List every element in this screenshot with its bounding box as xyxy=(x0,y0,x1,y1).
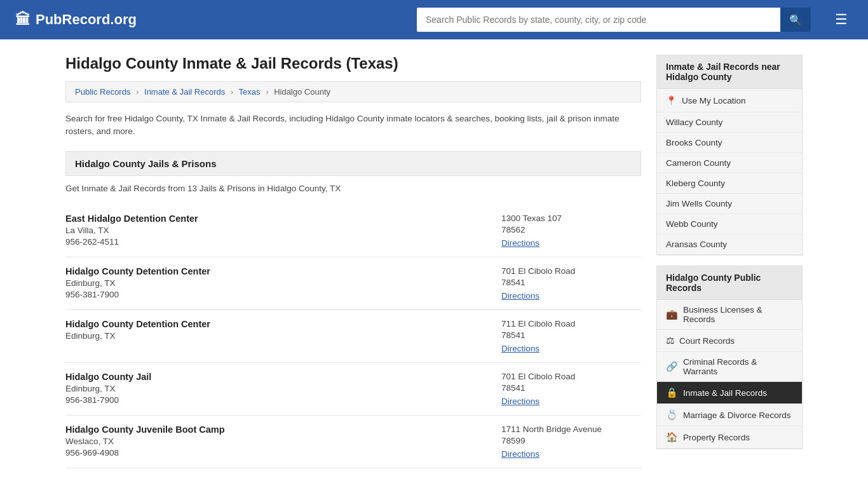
jail-zip: 78541 xyxy=(501,330,641,340)
nearby-county-link: Cameron County xyxy=(666,158,731,168)
public-record-item[interactable]: 🏠 Property Records xyxy=(657,426,802,449)
nearby-county-item[interactable]: Jim Wells County xyxy=(657,194,802,214)
jail-zip: 78562 xyxy=(501,225,641,234)
jail-info: Hidalgo County Detention Center Edinburg… xyxy=(65,319,489,353)
record-icon: 💼 xyxy=(666,309,678,320)
breadcrumb: Public Records › Inmate & Jail Records ›… xyxy=(65,81,641,102)
jail-street: 1300 Texas 107 xyxy=(501,214,641,223)
nearby-county-link: Kleberg County xyxy=(666,179,725,188)
public-records-list: 💼 Business Licenses & Records ⚖ Court Re… xyxy=(657,300,802,449)
public-record-item[interactable]: 💼 Business Licenses & Records xyxy=(657,300,802,330)
record-icon: 💍 xyxy=(666,409,678,421)
jail-address: 1711 North Bridge Avenue 78599 Direction… xyxy=(501,424,641,459)
nearby-county-link: Webb County xyxy=(666,219,718,229)
jail-city: Edinburg, TX xyxy=(65,278,489,288)
jail-phone: 956-381-7900 xyxy=(65,290,489,299)
jail-card: Hidalgo County Juvenile Boot Camp Weslac… xyxy=(65,416,641,468)
jail-info: Hidalgo County Detention Center Edinburg… xyxy=(65,266,489,301)
breadcrumb-inmate-records[interactable]: Inmate & Jail Records xyxy=(144,87,225,97)
record-label: Court Records xyxy=(679,336,735,346)
jail-phone: 956-381-7900 xyxy=(65,395,489,405)
section-description: Get Inmate & Jail Records from 13 Jails … xyxy=(65,184,641,193)
logo-text: PubRecord.org xyxy=(36,11,137,28)
jail-street: 701 El Cibolo Road xyxy=(501,372,641,381)
main-container: Hidalgo County Inmate & Jail Records (Te… xyxy=(53,39,815,484)
jail-city: La Villa, TX xyxy=(65,226,489,235)
jail-zip: 78541 xyxy=(501,383,641,393)
jail-street: 711 El Cibolo Road xyxy=(501,319,641,329)
public-records-box: Hidalgo County Public Records 💼 Business… xyxy=(656,266,803,449)
jail-zip: 78599 xyxy=(501,436,641,445)
jail-address: 701 El Cibolo Road 78541 Directions xyxy=(501,372,641,406)
jail-address: 711 El Cibolo Road 78541 Directions xyxy=(501,319,641,353)
record-label: Property Records xyxy=(683,433,750,442)
nearby-county-item[interactable]: Cameron County xyxy=(657,153,802,173)
jail-card: East Hidalgo Detention Center La Villa, … xyxy=(65,205,641,257)
jail-name: East Hidalgo Detention Center xyxy=(65,214,489,224)
site-logo[interactable]: 🏛 PubRecord.org xyxy=(15,11,137,29)
site-header: 🏛 PubRecord.org 🔍 ☰ xyxy=(0,0,868,39)
page-title: Hidalgo County Inmate & Jail Records (Te… xyxy=(65,55,641,72)
use-location[interactable]: 📍 Use My Location xyxy=(657,89,802,112)
nearby-county-item[interactable]: Aransas County xyxy=(657,234,802,255)
record-icon: ⚖ xyxy=(666,335,674,346)
jail-info: East Hidalgo Detention Center La Villa, … xyxy=(65,214,489,248)
logo-icon: 🏛 xyxy=(15,11,31,29)
public-records-header: Hidalgo County Public Records xyxy=(657,266,802,300)
nearby-county-link: Aransas County xyxy=(666,240,727,249)
sidebar: Inmate & Jail Records near Hidalgo Count… xyxy=(656,55,803,468)
section-header: Hidalgo County Jails & Prisons xyxy=(65,151,641,176)
public-record-item[interactable]: 🔒 Inmate & Jail Records xyxy=(657,382,802,404)
jail-name: Hidalgo County Jail xyxy=(65,372,489,382)
directions-link[interactable]: Directions xyxy=(501,344,539,353)
content-area: Hidalgo County Inmate & Jail Records (Te… xyxy=(65,55,641,468)
nearby-county-item[interactable]: Brooks County xyxy=(657,133,802,153)
nearby-county-link: Jim Wells County xyxy=(666,199,732,208)
breadcrumb-public-records[interactable]: Public Records xyxy=(75,87,130,97)
nearby-county-item[interactable]: Kleberg County xyxy=(657,173,802,194)
nearby-counties-list: Willacy CountyBrooks CountyCameron Count… xyxy=(657,112,802,255)
page-description: Search for free Hidalgo County, TX Inmat… xyxy=(65,112,641,139)
nearby-header: Inmate & Jail Records near Hidalgo Count… xyxy=(657,55,802,89)
record-label: Inmate & Jail Records xyxy=(683,388,767,398)
jail-street: 1711 North Bridge Avenue xyxy=(501,424,641,434)
jail-card: Hidalgo County Jail Edinburg, TX 956-381… xyxy=(65,363,641,416)
jail-name: Hidalgo County Juvenile Boot Camp xyxy=(65,424,489,435)
directions-link[interactable]: Directions xyxy=(501,291,539,301)
jail-name: Hidalgo County Detention Center xyxy=(65,319,489,329)
search-input[interactable] xyxy=(417,8,780,32)
jail-info: Hidalgo County Juvenile Boot Camp Weslac… xyxy=(65,424,489,459)
jail-card: Hidalgo County Detention Center Edinburg… xyxy=(65,310,641,363)
public-record-item[interactable]: ⚖ Court Records xyxy=(657,330,802,352)
jail-card: Hidalgo County Detention Center Edinburg… xyxy=(65,257,641,310)
search-bar: 🔍 xyxy=(417,8,811,32)
jail-address: 1300 Texas 107 78562 Directions xyxy=(501,214,641,248)
directions-link[interactable]: Directions xyxy=(501,396,539,406)
menu-button[interactable]: ☰ xyxy=(830,9,853,30)
record-icon: 🏠 xyxy=(666,431,678,443)
breadcrumb-current: Hidalgo County xyxy=(274,87,330,97)
use-location-label: Use My Location xyxy=(682,96,746,105)
nearby-county-link: Willacy County xyxy=(666,118,722,127)
jail-city: Edinburg, TX xyxy=(65,384,489,393)
jail-street: 701 El Cibolo Road xyxy=(501,266,641,276)
search-button[interactable]: 🔍 xyxy=(780,8,811,32)
directions-link[interactable]: Directions xyxy=(501,449,539,459)
nearby-box: Inmate & Jail Records near Hidalgo Count… xyxy=(656,55,803,255)
public-record-item[interactable]: 💍 Marriage & Divorce Records xyxy=(657,404,802,426)
nearby-county-item[interactable]: Webb County xyxy=(657,214,802,234)
jail-phone: 956-262-4511 xyxy=(65,237,489,247)
jail-name: Hidalgo County Detention Center xyxy=(65,266,489,276)
jail-zip: 78541 xyxy=(501,278,641,287)
public-record-item[interactable]: 🔗 Criminal Records & Warrants xyxy=(657,352,802,382)
nearby-county-item[interactable]: Willacy County xyxy=(657,112,802,133)
record-label: Marriage & Divorce Records xyxy=(683,410,791,420)
jail-city: Edinburg, TX xyxy=(65,331,489,341)
record-label: Criminal Records & Warrants xyxy=(683,357,793,376)
jail-address: 701 El Cibolo Road 78541 Directions xyxy=(501,266,641,301)
jail-phone: 956-969-4908 xyxy=(65,448,489,458)
record-icon: 🔗 xyxy=(666,361,678,372)
jail-list: East Hidalgo Detention Center La Villa, … xyxy=(65,205,641,468)
directions-link[interactable]: Directions xyxy=(501,238,539,248)
breadcrumb-texas[interactable]: Texas xyxy=(239,87,261,97)
